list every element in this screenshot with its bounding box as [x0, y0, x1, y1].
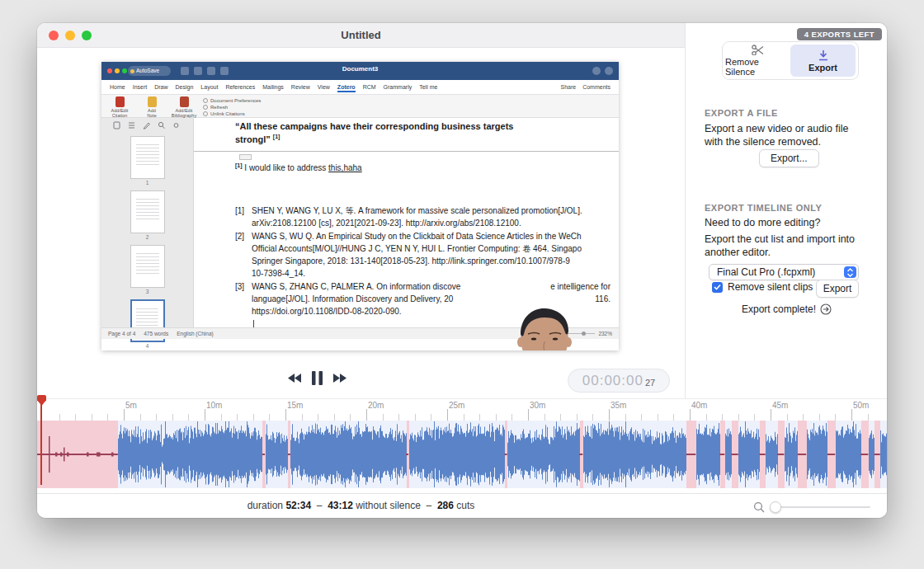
reference-entry: [1]SHEN Y, WANG Y, LU X, 等. A framework … — [235, 205, 615, 229]
gear-icon — [203, 98, 208, 103]
page-thumbnail-1 — [130, 136, 165, 179]
timecode-display: 00:00:00 27 — [568, 369, 670, 393]
word-comments-button: Comments — [582, 84, 610, 90]
unlink-icon — [203, 111, 208, 116]
ruler-label: 40m — [691, 401, 707, 410]
word-tab-design: Design — [176, 84, 194, 90]
zotero-unlink: Unlink Citations — [203, 111, 261, 116]
timeline-ruler[interactable]: 5m10m15m20m25m30m35m40m45m50m — [37, 398, 887, 421]
pause-button[interactable] — [312, 371, 323, 385]
zoom-slider-track[interactable] — [771, 506, 870, 508]
word-doc-title: Document3 — [101, 65, 619, 73]
remove-silent-clips-checkbox[interactable] — [712, 282, 723, 293]
ruler-label: 30m — [530, 401, 545, 410]
citation-icon — [116, 96, 125, 107]
page-thumbnail-number: 2 — [101, 234, 193, 240]
footnote-marker-box — [239, 154, 252, 160]
ruler-tick — [124, 409, 125, 421]
video-preview[interactable]: AutoSave Document3 HomeInsertDrawDesignL… — [101, 62, 619, 350]
ruler-tick — [366, 409, 367, 421]
ruler-tick — [868, 414, 869, 421]
reference-entry: [2]WANG S, WU Q. An Empirical Study on t… — [235, 230, 615, 280]
page-icon — [113, 121, 120, 129]
word-zotero-ribbon: Add/EditCitation AddNote Add/EditBibliog… — [101, 95, 619, 118]
zotero-doc-preferences: Document Preferences — [203, 98, 261, 103]
timeline: 5m10m15m20m25m30m35m40m45m50m — [37, 398, 887, 493]
rewind-button[interactable] — [287, 373, 302, 383]
ruler-label: 50m — [853, 401, 869, 410]
zotero-refresh: Refresh — [203, 105, 261, 110]
mode-toolbar: Remove Silence Export — [722, 41, 859, 80]
total-duration: 52:34 — [285, 500, 311, 511]
export-file-button[interactable]: Export... — [759, 149, 819, 167]
waveform-canvas[interactable] — [37, 421, 887, 488]
ruler-tick — [383, 414, 384, 421]
remove-silent-clips-label: Remove silent clips — [728, 281, 813, 293]
word-tab-layout: Layout — [200, 84, 218, 90]
playhead[interactable] — [37, 395, 49, 487]
timecode-value: 00:00:00 — [582, 373, 644, 389]
thumbnail-panel-toolbar — [101, 118, 193, 131]
ruler-tick — [706, 414, 707, 421]
ruler-label: 20m — [368, 401, 384, 410]
window-titlebar[interactable]: Untitled — [37, 23, 685, 48]
timecode-frames: 27 — [645, 374, 655, 388]
word-thumbnail-panel: 1234 — [101, 118, 194, 339]
export-tab-button[interactable]: Export — [790, 45, 856, 77]
zoom-slider-knob[interactable] — [770, 501, 781, 513]
ruler-tick — [318, 414, 318, 421]
bibliography-icon — [180, 96, 189, 107]
ruler-tick — [285, 409, 286, 421]
ruler-tick — [512, 414, 512, 421]
ruler-tick — [851, 409, 852, 421]
ruler-tick — [75, 414, 76, 421]
ruler-tick — [140, 414, 141, 421]
word-ribbon-tabs: HomeInsertDrawDesignLayoutReferencesMail… — [101, 80, 619, 95]
word-language: English (China) — [177, 331, 213, 336]
word-tab-draw: Draw — [154, 84, 167, 90]
export-timeline-button[interactable]: Export — [816, 280, 859, 298]
ruler-tick — [237, 414, 238, 421]
cuts-count: 286 — [437, 500, 454, 511]
refresh-icon — [203, 105, 208, 110]
export-file-heading: EXPORT A FILE — [705, 108, 778, 118]
ruler-tick — [107, 414, 108, 421]
select-stepper-icon — [844, 266, 856, 278]
word-tabs-right: Share Comments — [560, 84, 610, 90]
word-tab-zotero: Zotero — [337, 84, 356, 91]
format-select[interactable]: Final Cut Pro (.fcpxml) — [709, 264, 859, 280]
ruler-tick — [528, 409, 529, 421]
page-thumbnail-number: 4 — [101, 343, 193, 349]
word-tab-grammarly: Grammarly — [384, 84, 412, 90]
ruler-tick — [577, 414, 578, 421]
ruler-tick — [787, 414, 788, 421]
word-tab-rcm: RCM — [363, 84, 376, 90]
page-thumbnail-2 — [130, 190, 165, 233]
waveform-band — [37, 421, 887, 493]
search-icon — [158, 121, 165, 129]
page-thumbnail-3 — [130, 245, 165, 288]
word-tab-references: References — [225, 84, 255, 90]
export-sidebar: 4 EXPORTS LEFT Remove Silence Export EXP… — [685, 23, 887, 398]
arrow-circle-icon[interactable] — [820, 303, 832, 315]
ruler-tick — [479, 414, 480, 421]
ruler-tick — [625, 414, 626, 421]
ruler-tick — [415, 414, 416, 421]
transport-controls — [287, 371, 347, 385]
ruler-tick — [658, 414, 658, 421]
doc-references: [1]SHEN Y, WANG Y, LU X, 等. A framework … — [235, 205, 615, 318]
ruler-tick — [544, 414, 545, 421]
word-page-indicator: Page 4 of 4 — [108, 331, 135, 336]
word-titlebar: AutoSave Document3 — [101, 62, 619, 80]
ruler-tick — [156, 414, 157, 421]
ruler-label: 45m — [772, 401, 788, 410]
window-title: Untitled — [37, 29, 685, 41]
fast-forward-button[interactable] — [332, 373, 347, 383]
remove-silence-button[interactable]: Remove Silence — [725, 45, 790, 77]
note-icon — [148, 96, 157, 107]
export-timeline-description: Export the cut list and import intoanoth… — [705, 233, 855, 259]
doc-quote-line1: “All these campaigns have their correspo… — [235, 121, 513, 131]
ruler-tick — [334, 414, 335, 421]
webcam-overlay — [470, 303, 619, 350]
magnifier-icon — [753, 501, 765, 513]
